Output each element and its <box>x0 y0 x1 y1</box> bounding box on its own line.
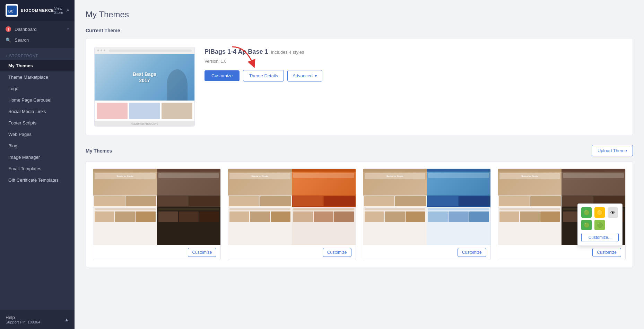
search-item[interactable]: 🔍 Search <box>0 35 75 45</box>
mock-address-bar <box>109 50 192 52</box>
sidebar-item-home-page-carousel[interactable]: Home Page Carousel <box>0 94 75 106</box>
sidebar-footer: Help Support Pin: 109364 ▲ <box>0 310 75 329</box>
theme-name-row: PiBags 1-4 Ap Base 1 Includes 4 styles <box>204 48 624 55</box>
theme-card-customize-button-1[interactable]: Customize <box>188 248 217 257</box>
svg-text:BC: BC <box>8 9 13 13</box>
mock-hero-text: Best Bags2017 <box>133 71 156 84</box>
current-theme-title: Current Theme <box>86 28 633 33</box>
sidebar-nav: My Themes Theme Marketplace Logo Home Pa… <box>0 60 75 186</box>
theme-card-popup: 🟢 🟡 👁 🟢 🟢 Customize... <box>577 204 623 246</box>
current-theme-card: Best Bags2017 FEATURED PRODUCTS <box>86 38 633 135</box>
dashboard-label: Dashboard <box>15 27 37 32</box>
theme-card-customize-button-3[interactable]: Customize <box>458 248 486 257</box>
view-store-link[interactable]: View Store ↗ <box>54 6 69 15</box>
mock-products-row <box>95 101 194 121</box>
my-themes-title: My Themes <box>86 148 112 154</box>
advanced-button[interactable]: Advanced ▾ <box>287 70 322 81</box>
preview-cell-2-1: Books for Cooks <box>228 169 292 207</box>
popup-icons-grid: 🟢 🟡 👁 🟢 🟢 <box>581 207 619 230</box>
preview-cell-1-3 <box>93 207 157 245</box>
theme-card-1: Books for Cooks <box>93 168 221 260</box>
upload-theme-button[interactable]: Upload Theme <box>592 145 633 156</box>
search-label: Search <box>15 37 29 43</box>
preview-cell-2-3 <box>228 207 292 245</box>
support-pin: Support Pin: 109364 <box>6 320 40 324</box>
my-themes-section: My Themes Upload Theme Books for Cooks <box>86 145 633 267</box>
theme-card-preview-3: Books for Cooks <box>363 169 490 245</box>
current-theme-section: Current Theme Best Bags2017 <box>86 28 633 135</box>
sidebar-item-blog[interactable]: Blog <box>0 140 75 151</box>
preview-cell-2-2 <box>292 169 356 207</box>
my-themes-header: My Themes Upload Theme <box>86 145 633 156</box>
brand-name: BIGCOMMERCE <box>21 8 54 12</box>
customize-button[interactable]: Customize <box>204 70 240 81</box>
brand-logo: BC <box>6 4 18 17</box>
chevron-icon: ‹ <box>6 54 7 58</box>
mock-footer-bar: FEATURED PRODUCTS <box>95 121 194 126</box>
sidebar-item-logo[interactable]: Logo <box>0 83 75 94</box>
sidebar-item-social-media-links[interactable]: Social Media Links <box>0 106 75 117</box>
popup-icon-1[interactable]: 🟢 <box>581 207 592 218</box>
sidebar-item-email-templates[interactable]: Email Templates <box>0 163 75 174</box>
preview-cell-3-4 <box>427 207 490 245</box>
theme-card-customize-button-4[interactable]: Customize <box>592 248 621 257</box>
sidebar-item-footer-scripts[interactable]: Footer Scripts <box>0 117 75 129</box>
theme-card-bottom-2: Customize <box>228 245 355 260</box>
mock-dot-1 <box>97 50 99 51</box>
preview-cell-3-3 <box>363 207 427 245</box>
theme-styles-info: Includes 4 styles <box>271 50 304 55</box>
theme-card-bottom-3: Customize <box>363 245 490 260</box>
mock-product-1 <box>97 103 128 119</box>
sidebar-top-actions: 1 Dashboard « 🔍 Search <box>0 21 75 48</box>
theme-details-button[interactable]: Theme Details <box>243 70 284 81</box>
sidebar-item-image-manager[interactable]: Image Manager <box>0 151 75 163</box>
mock-dot-3 <box>104 50 105 51</box>
sidebar-item-web-pages[interactable]: Web Pages <box>0 129 75 140</box>
mock-browser-bar <box>95 47 194 54</box>
search-icon: 🔍 <box>6 37 11 43</box>
popup-icon-4[interactable]: 🟢 <box>581 220 592 230</box>
mock-hero: Best Bags2017 <box>95 54 194 101</box>
preview-cell-4-1: Books for Cooks <box>498 169 562 207</box>
theme-card-2: Books for Cooks <box>228 168 356 260</box>
preview-cell-3-2 <box>427 169 490 207</box>
page-title: My Themes <box>86 10 633 19</box>
storefront-section: ‹ Storefront My Themes Theme Marketplace… <box>0 48 75 186</box>
brand: BC BIGCOMMERCE <box>6 4 54 17</box>
popup-icon-2[interactable]: 🟡 <box>594 207 605 218</box>
preview-cell-1-1: Books for Cooks <box>93 169 157 207</box>
collapse-icon: « <box>67 27 69 32</box>
help-label: Help <box>6 315 40 320</box>
themes-grid: Books for Cooks <box>93 168 626 260</box>
sidebar-header: BC BIGCOMMERCE View Store ↗ <box>0 0 75 21</box>
popup-customize-button[interactable]: Customize... <box>581 233 619 242</box>
main-content: My Themes Current Theme Best Bags2017 <box>75 0 644 329</box>
preview-cell-4-3 <box>498 207 562 245</box>
notification-badge: 1 <box>6 26 11 32</box>
popup-icon-3[interactable]: 👁 <box>608 207 618 218</box>
sidebar-item-gift-certificate-templates[interactable]: Gift Certificate Templates <box>0 174 75 186</box>
theme-version: Version: 1.0 <box>204 59 624 64</box>
sidebar-collapse-button[interactable]: ▲ <box>64 317 69 322</box>
theme-info: PiBags 1-4 Ap Base 1 Includes 4 styles V… <box>204 47 624 127</box>
theme-card-customize-button-2[interactable]: Customize <box>323 248 351 257</box>
theme-card-4: Books for Cooks <box>498 168 626 260</box>
preview-cell-2-4 <box>292 207 356 245</box>
mock-product-3 <box>162 103 192 119</box>
preview-cell-1-4 <box>157 207 221 245</box>
popup-icon-5[interactable]: 🟢 <box>594 220 605 230</box>
external-link-icon: ↗ <box>66 8 69 13</box>
sidebar-item-my-themes[interactable]: My Themes <box>0 60 75 71</box>
preview-cell-3-1: Books for Cooks <box>363 169 427 207</box>
mock-dot-2 <box>101 50 102 51</box>
storefront-label: ‹ Storefront <box>0 48 75 60</box>
sidebar-item-theme-marketplace[interactable]: Theme Marketplace <box>0 71 75 83</box>
dashboard-item[interactable]: 1 Dashboard « <box>0 24 75 35</box>
dropdown-arrow-icon: ▾ <box>315 73 317 78</box>
mock-product-2 <box>129 103 160 119</box>
theme-action-buttons: Customize Theme Details Advanced ▾ <box>204 70 624 81</box>
theme-card-bottom-1: Customize <box>93 245 220 260</box>
theme-card-bottom-4: Customize <box>498 245 625 260</box>
theme-card-preview-1: Books for Cooks <box>93 169 220 245</box>
my-themes-container: Books for Cooks <box>86 161 633 267</box>
